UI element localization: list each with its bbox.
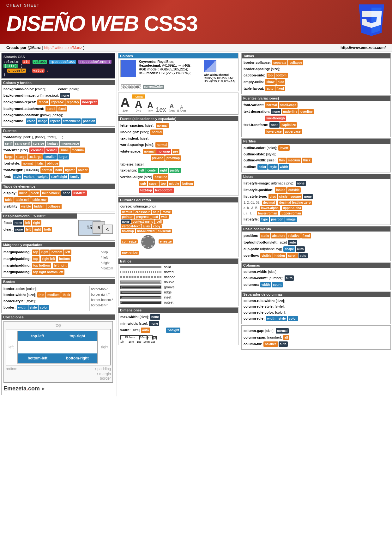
ubic-margin-label: ↕ margin	[6, 371, 111, 376]
trbl-prop: top/right/bottom/left: [size] auto	[244, 239, 389, 245]
sintaxis-section: Sintaxis CSS selector #id .class :pseudo…	[1, 53, 115, 79]
sintaxis-title: Sintaxis CSS	[3, 55, 113, 59]
style-dotted: dotted	[120, 270, 236, 274]
perfiles-section: Perfiles outline-color: [color]; invert …	[241, 138, 391, 173]
visibility-prop: visibility: visiblehiddencollapse	[3, 203, 113, 209]
clear-prop: clear: noneleftrightboth	[3, 226, 75, 232]
col-rule-style-prop: column-rule-style: [style];	[244, 304, 389, 309]
list-style-image-prop: list-style-image: url(image.png); none	[244, 180, 389, 186]
bg-pos-prop: background-position: [pos-x] [pos-y];	[3, 112, 113, 118]
font-2ex-label: 1ex	[156, 106, 166, 113]
text-align-prop: text-align: leftcenterrightjustify	[120, 167, 236, 173]
colores-content: Keywords: RoyalBlue; Hexadecimal: #4169E…	[120, 60, 236, 83]
col-fill-prop: column-fill: balanceauto	[244, 341, 389, 347]
svg-text:e: e	[153, 240, 155, 243]
tab-size-prop: tab-size: [size];	[120, 162, 236, 167]
colores-title: Colores	[118, 53, 238, 58]
sintaxis-line2: property : value ;	[3, 69, 113, 73]
font-family-prop: font-family: [font1], [font2], [font3], …	[3, 135, 113, 140]
cursores-section: Cursores del ratón cursor: url(image.png…	[118, 197, 238, 257]
outline-style-prop: outline-style: [style];	[244, 152, 389, 157]
list-decimal-row: 1. 2. 01. 02. decimaldecimal-leading-zer…	[244, 200, 389, 205]
vertical-align-tags: subsupertopmiddlebottom	[120, 181, 236, 187]
cursor-tags: defaultcrosshairhelpmove pointerprogress…	[120, 210, 236, 255]
compass-rose: n ne e se s sw w nw	[140, 234, 156, 250]
caption-side-prop: caption-side: topbottom	[244, 72, 389, 78]
ubic-padding-label: ↕padding	[94, 367, 111, 371]
col-rule-width-prop: column-rule-width: [size];	[244, 298, 389, 304]
separador-title: Separador de columnas	[242, 292, 390, 297]
main-title: DISEÑO WEB CSS3	[6, 13, 197, 34]
position-prop: position: staticabsoluterelativefixed	[244, 233, 389, 239]
font-2em-with-normal: normal A 2ex	[132, 94, 145, 113]
column-count-prop: column-count: [number]; auto	[244, 275, 389, 281]
style-outset: outset	[120, 300, 236, 304]
svg-text:s: s	[148, 246, 149, 249]
color-special-tags: transparent currentColor	[120, 84, 236, 89]
border-spacing-prop: border-spacing: [size];	[244, 66, 389, 72]
color-info: Keywords: RoyalBlue; Hexadecimal: #4169E…	[139, 60, 201, 75]
font-4ex: A 4ex	[120, 96, 130, 113]
colores-section: Colores Keywords: RoyalBlue; Hexadecimal…	[118, 53, 238, 91]
font-weight-prop: font-weight: [100-900] normalboldlighter…	[3, 167, 113, 173]
colores-fondos-section: Colores y fondos background-color: [colo…	[1, 80, 115, 127]
color-alpha-info: with alpha channel RGBA(65,105,225,0.5);…	[204, 60, 236, 83]
margenes-content: margin/padding: toprightbottomleft margi…	[3, 249, 113, 276]
fuente-alineaciones-title: Fuente (alineaciones y espaciado)	[118, 116, 238, 121]
tipos-title: Tipos de elementos	[2, 184, 115, 189]
display-prop: display: inlineblockinline-blocknonelist…	[3, 190, 113, 196]
columnas-section: Columnas column-width: [size]; column-co…	[241, 262, 391, 290]
font-05em: A 0.5em	[177, 105, 186, 113]
border-collapse-prop: border-collapse: separatecollapse	[244, 60, 389, 66]
cheat-label: CHEAT SHEET	[6, 3, 386, 8]
word-spacing-prop: word-spacing: [size]; normal	[120, 142, 236, 148]
estilos-demos: solid dotted dashed double groove ridge	[120, 265, 236, 304]
ubicaciones-section: Ubicaciones top left top-left top-right …	[1, 314, 115, 395]
min-width-prop: min-width: [size]; none	[120, 321, 236, 327]
bg-repeat-prop: background-repeat: repeatrepeat-xrepeat-…	[3, 99, 113, 105]
font-style-prop: font-style: normalitalicoblique	[3, 160, 113, 166]
tipos-section: Tipos de elementos display: inlineblocki…	[1, 184, 115, 212]
col-center: Colores Keywords: RoyalBlue; Hexadecimal…	[117, 52, 240, 396]
font-1em: A 1em	[147, 101, 153, 113]
svg-text:n: n	[148, 235, 149, 238]
svg-text:ne: ne	[151, 237, 154, 239]
listas-section: Listas list-style-image: url(image.png);…	[241, 174, 391, 225]
vertical-align-tags2: text-toptext-bottom	[120, 187, 236, 193]
svg-text:nw: nw	[143, 237, 146, 239]
perfiles-title: Perfiles	[242, 139, 390, 144]
line-height-prop: line-height: [size]; normal	[120, 129, 236, 135]
ubicaciones-diagram: top left top-left top-right bottom-left …	[3, 321, 113, 383]
col-rule-color-prop: column-rule-color: [color];	[244, 310, 389, 315]
ubic-right-label: right	[99, 329, 110, 365]
ubic-border-label: border	[6, 376, 111, 381]
font-diagram: A 4ex normal A 2ex A 1em 1ex A 2em A 0.5…	[118, 93, 238, 115]
ubicaciones-title: Ubicaciones	[2, 315, 115, 320]
font-family-generics: serifsans-serifcursivefantasymonospace	[3, 141, 113, 147]
outline-width-prop: outline-width: [size]; thinmediumthick	[244, 157, 389, 163]
css3-logo	[357, 4, 386, 39]
colores-fondos-title: Colores y fondos	[2, 80, 115, 85]
style-solid: solid	[120, 265, 236, 269]
sub-header-right: http://www.emezeta.com/	[341, 45, 386, 50]
fuentes-section: Fuentes font-family: [font1], [font2], […	[1, 128, 115, 182]
ubic-left-label: left	[6, 329, 16, 365]
style-ridge: ridge	[120, 290, 236, 294]
bg-attach-prop: background-attachment: scrollfixed	[3, 106, 113, 112]
list-alpha-row: a. b. A. B. lower-alphaupper-alpha	[244, 206, 389, 210]
header: CHEAT SHEET DISEÑO WEB CSS3	[0, 0, 392, 44]
text-transform-tags2: lowercaseuppercase	[244, 129, 389, 135]
font-size-prop: font-size: [size] xx-smallx-smallsmallme…	[3, 147, 113, 153]
clip-path-prop: clip-path: url(shape.svg) shapeauto	[244, 246, 389, 252]
currentcolor-badge: currentColor	[143, 85, 165, 89]
ubic-bottom-left: bottom-left	[18, 353, 57, 363]
col-rule-shorthand-prop: column-rule: widthstylecolor	[244, 316, 389, 322]
desplazamiento-title: Desplazamiento z-index:	[2, 214, 77, 219]
font-shorthand-prop: font: stylevariantweightsize/heightfamil…	[3, 174, 113, 180]
ruler: 25.4mm 10mm 4.23 .35 1in 1cm 1pc 1mm 1pt	[120, 335, 236, 343]
overflow-prop: overflow: visiblehiddenscrollauto	[244, 253, 389, 259]
column-width-prop: column-width: [size];	[244, 269, 389, 274]
style-double: double	[120, 280, 236, 284]
ubic-top-label: top	[6, 323, 111, 329]
sub-header: Creado por @Manz ( http://twitter.com/Ma…	[0, 44, 392, 52]
